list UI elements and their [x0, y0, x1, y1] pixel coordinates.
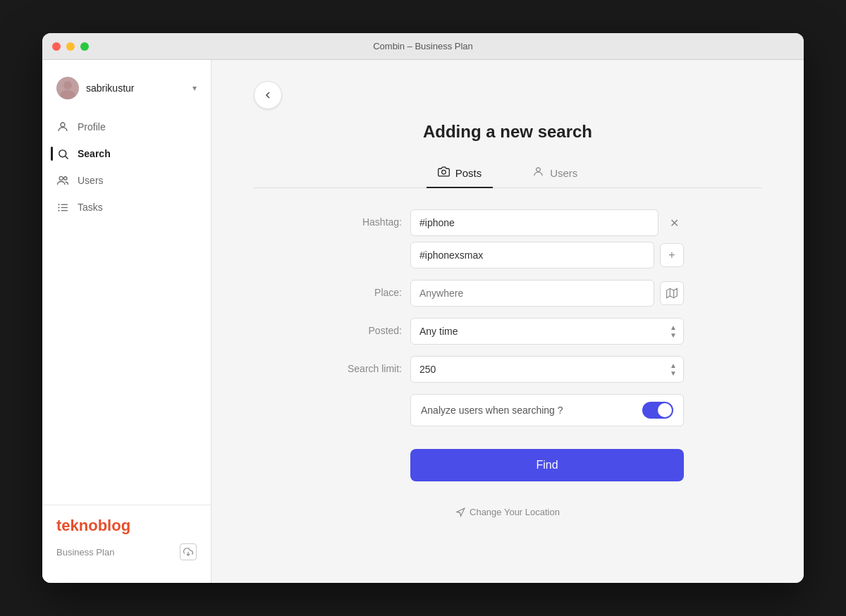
app-window: Combin – Business Plan sabrikustur ▾ [42, 33, 804, 583]
sidebar-bottom: teknoblog Business Plan [42, 505, 211, 572]
svg-point-1 [60, 90, 75, 99]
empty-label-2 [331, 449, 402, 456]
form-area: Hashtag: ✕ + [331, 209, 684, 495]
posted-input-row: Any time Today This week This month ▲ ▼ [410, 318, 684, 345]
main-inner: Adding a new search Posts [212, 60, 804, 583]
remove-hashtag-button[interactable]: ✕ [664, 213, 684, 233]
svg-point-12 [58, 209, 59, 211]
place-row: Place: [331, 280, 684, 307]
tasks-icon [56, 201, 69, 214]
search-icon [56, 147, 69, 160]
main-content: Adding a new search Posts [212, 60, 804, 583]
chevron-down-icon: ▾ [192, 83, 197, 93]
plan-label: Business Plan [56, 547, 114, 558]
svg-point-11 [58, 207, 59, 208]
place-label: Place: [331, 280, 402, 298]
hashtag-label: Hashtag: [331, 209, 402, 228]
sidebar-item-search[interactable]: Search [42, 140, 211, 167]
sidebar-label-tasks: Tasks [78, 202, 103, 213]
analyze-label: Analyze users when searching ? [421, 405, 563, 416]
traffic-lights [52, 42, 89, 51]
search-limit-select-wrapper: 250 500 1000 ▲ ▼ [410, 356, 684, 383]
hashtag-input-2[interactable] [410, 242, 654, 269]
maximize-button[interactable] [80, 42, 89, 51]
close-button[interactable] [52, 42, 61, 51]
find-button[interactable]: Find [410, 449, 684, 481]
camera-icon [438, 166, 450, 180]
posted-select[interactable]: Any time Today This week This month [410, 318, 684, 345]
hashtag-input-row-1: ✕ [410, 209, 684, 236]
sidebar-item-profile[interactable]: Profile [42, 113, 211, 140]
user-icon [532, 166, 544, 180]
sidebar-label-search: Search [78, 148, 111, 159]
add-hashtag-button[interactable]: + [660, 243, 684, 267]
place-input[interactable] [410, 280, 654, 307]
svg-point-0 [63, 81, 72, 90]
analyze-toggle[interactable] [642, 402, 673, 419]
sidebar: sabrikustur ▾ Profile [42, 60, 212, 583]
sidebar-item-users[interactable]: Users [42, 167, 211, 194]
tabs: Posts Users [254, 159, 761, 188]
hashtag-input-1[interactable] [410, 209, 658, 236]
sidebar-item-tasks[interactable]: Tasks [42, 194, 211, 221]
tab-posts-label: Posts [455, 167, 482, 179]
user-section[interactable]: sabrikustur ▾ [42, 71, 211, 113]
analyze-toggle-row: Analyze users when searching ? [410, 394, 684, 426]
change-location-label: Change Your Location [470, 507, 560, 517]
posted-label: Posted: [331, 318, 402, 336]
svg-point-14 [441, 170, 446, 174]
toggle-knob [658, 403, 672, 417]
sidebar-label-profile: Profile [78, 121, 106, 133]
posted-select-wrapper: Any time Today This week This month ▲ ▼ [410, 318, 684, 345]
search-limit-controls: 250 500 1000 ▲ ▼ [410, 356, 684, 383]
empty-label [331, 394, 402, 401]
hashtag-row: Hashtag: ✕ + [331, 209, 684, 269]
minimize-button[interactable] [66, 42, 75, 51]
change-location-link[interactable]: Change Your Location [254, 507, 761, 531]
tab-users-label: Users [550, 167, 577, 179]
username: sabrikustur [86, 82, 185, 94]
search-limit-input-row: 250 500 1000 ▲ ▼ [410, 356, 684, 383]
hashtag-controls: ✕ + [410, 209, 684, 269]
svg-point-15 [537, 168, 541, 172]
svg-point-6 [64, 177, 68, 180]
search-limit-row: Search limit: 250 500 1000 [331, 356, 684, 383]
export-icon[interactable] [180, 543, 197, 560]
profile-icon [56, 121, 69, 133]
svg-point-2 [61, 123, 65, 127]
place-controls [410, 280, 684, 307]
svg-point-5 [59, 176, 63, 180]
search-limit-label: Search limit: [331, 356, 402, 374]
sidebar-label-users: Users [78, 175, 104, 186]
map-icon[interactable] [660, 281, 684, 305]
tab-posts[interactable]: Posts [427, 159, 494, 187]
plan-row: Business Plan [56, 543, 197, 560]
back-button[interactable] [254, 81, 282, 109]
users-icon [56, 174, 69, 187]
posted-row: Posted: Any time Today This week This mo… [331, 318, 684, 345]
app-body: sabrikustur ▾ Profile [42, 60, 804, 583]
hashtag-input-row-2: + [410, 242, 684, 269]
logo: teknoblog [56, 517, 197, 535]
posted-controls: Any time Today This week This month ▲ ▼ [410, 318, 684, 345]
avatar [56, 77, 79, 99]
page-title: Adding a new search [254, 122, 761, 142]
tab-users[interactable]: Users [521, 159, 589, 187]
search-limit-select[interactable]: 250 500 1000 [410, 356, 684, 383]
svg-point-3 [59, 149, 66, 156]
titlebar: Combin – Business Plan [42, 33, 804, 60]
place-input-row [410, 280, 684, 307]
window-title: Combin – Business Plan [373, 41, 473, 51]
svg-marker-16 [667, 288, 678, 297]
svg-line-4 [65, 156, 68, 159]
svg-point-10 [58, 204, 59, 205]
svg-marker-19 [457, 508, 465, 516]
